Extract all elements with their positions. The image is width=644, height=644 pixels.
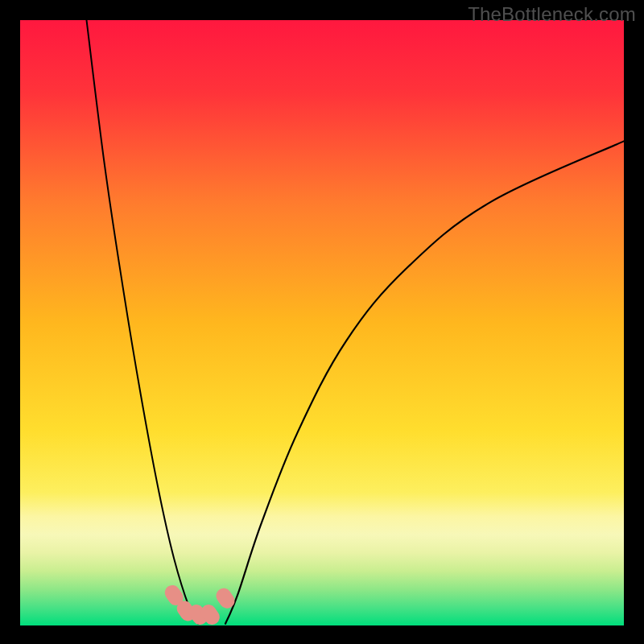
watermark-label: TheBottleneck.com [468, 3, 636, 26]
bottleneck-curve-chart [20, 20, 624, 625]
chart-frame: TheBottleneck.com [0, 0, 644, 644]
gradient-background [20, 20, 624, 625]
